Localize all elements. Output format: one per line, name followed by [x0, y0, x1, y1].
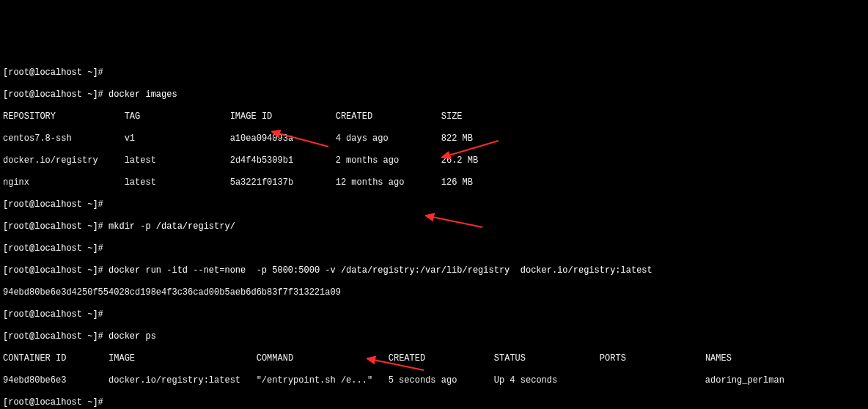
prompt: [root@localhost ~]#	[3, 67, 108, 78]
prompt: [root@localhost ~]#	[3, 309, 108, 320]
run-output: 94ebd80be6e3d4250f554028cd198e4f3c36cad0…	[3, 287, 865, 298]
prompt: [root@localhost ~]#	[3, 265, 108, 276]
cmd-mkdir: mkdir -p /data/registry/	[108, 221, 235, 232]
prompt: [root@localhost ~]#	[3, 199, 108, 210]
prompt: [root@localhost ~]#	[3, 397, 108, 408]
prompt: [root@localhost ~]#	[3, 89, 108, 100]
ps-header: CONTAINER ID IMAGE COMMAND CREATED STATU…	[3, 353, 865, 364]
terminal[interactable]: [root@localhost ~]# [root@localhost ~]# …	[0, 55, 868, 409]
prompt: [root@localhost ~]#	[3, 243, 108, 254]
cmd-docker-ps: docker ps	[108, 331, 156, 342]
prompt: [root@localhost ~]#	[3, 331, 108, 342]
image-row: docker.io/registry latest 2d4f4b5309b1 2…	[3, 155, 865, 166]
images-header: REPOSITORY TAG IMAGE ID CREATED SIZE	[3, 111, 865, 122]
image-row: centos7.8-ssh v1 a10ea094093a 4 days ago…	[3, 133, 865, 144]
prompt: [root@localhost ~]#	[3, 221, 108, 232]
image-row: nginx latest 5a3221f0137b 12 months ago …	[3, 177, 865, 188]
cmd-docker-images: docker images	[108, 89, 177, 100]
ps-row: 94ebd80be6e3 docker.io/registry:latest "…	[3, 375, 865, 386]
cmd-docker-run: docker run -itd --net=none -p 5000:5000 …	[108, 265, 652, 276]
